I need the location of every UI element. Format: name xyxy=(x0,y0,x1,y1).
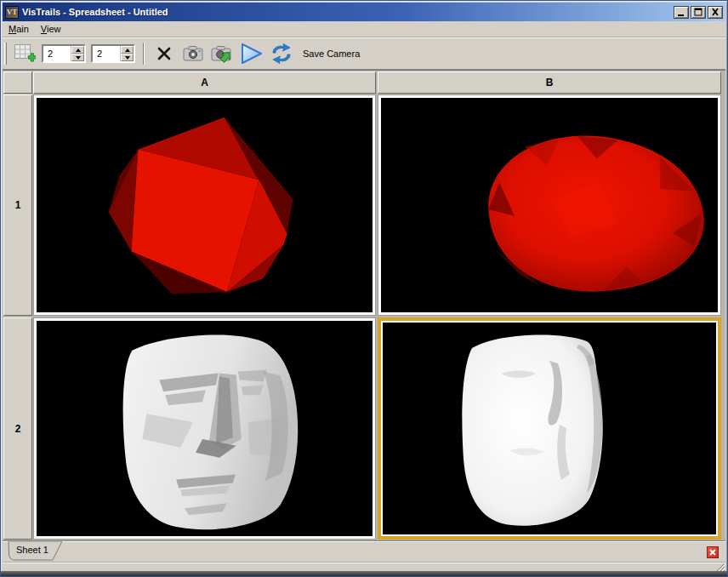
tab-sheet1[interactable]: Sheet 1 xyxy=(8,541,67,562)
spreadsheet: A B 1 2 xyxy=(3,70,725,540)
icosahedron-render xyxy=(37,98,373,312)
resize-grid-button[interactable] xyxy=(12,41,37,66)
rows-spinbox[interactable]: 2 xyxy=(42,44,86,63)
toolbar-separator xyxy=(143,43,145,65)
cell-a1[interactable] xyxy=(33,94,376,316)
cols-value[interactable]: 2 xyxy=(93,46,120,61)
camera-snapshot-icon xyxy=(182,44,204,63)
rows-spin-up[interactable] xyxy=(71,46,84,54)
cols-spin-up[interactable] xyxy=(121,46,134,54)
minimize-icon xyxy=(675,7,687,17)
maximize-icon xyxy=(692,7,704,17)
down-arrow-icon xyxy=(125,56,130,60)
sync-arrows-icon xyxy=(270,43,293,65)
render-viewport-a2[interactable] xyxy=(37,321,373,536)
column-header-a[interactable]: A xyxy=(33,71,376,94)
column-header-b[interactable]: B xyxy=(378,71,721,94)
render-viewport-b2[interactable] xyxy=(383,323,716,534)
update-button[interactable] xyxy=(269,41,294,66)
close-icon xyxy=(709,7,721,17)
down-arrow-icon xyxy=(76,56,81,60)
toolbar-handle[interactable] xyxy=(4,43,7,65)
play-icon xyxy=(239,42,264,66)
cell-b2-selected[interactable] xyxy=(378,317,721,540)
rows-value[interactable]: 2 xyxy=(43,46,71,61)
title-bar[interactable]: VT VisTrails - Spreadsheet - Untitled xyxy=(3,3,725,21)
close-sheet-button[interactable] xyxy=(707,546,719,558)
row-header-2[interactable]: 2 xyxy=(3,317,32,540)
maximize-button[interactable] xyxy=(691,6,706,19)
render-viewport-a1[interactable] xyxy=(37,98,373,312)
save-camera-button[interactable]: Save Camera xyxy=(296,43,367,64)
logo-text: VT xyxy=(7,9,18,16)
tab-label: Sheet 1 xyxy=(16,545,48,555)
corner-header[interactable] xyxy=(3,71,32,94)
app-window: VT VisTrails - Spreadsheet - Untitled Ma… xyxy=(0,0,728,577)
cols-spin-down[interactable] xyxy=(121,54,134,61)
smoothed-face-render xyxy=(383,323,716,534)
cols-spinbox[interactable]: 2 xyxy=(91,44,135,63)
smoothed-sphere-render xyxy=(381,98,718,312)
cell-a2[interactable] xyxy=(33,317,376,540)
delete-cell-button[interactable] xyxy=(151,41,177,66)
row-header-1[interactable]: 1 xyxy=(3,94,32,316)
render-viewport-b1[interactable] xyxy=(381,98,718,312)
close-icon xyxy=(709,549,716,556)
menu-main[interactable]: Main xyxy=(3,22,35,36)
window-bottom-edge xyxy=(1,571,727,576)
rows-spin-down[interactable] xyxy=(71,54,84,61)
toolbar: 2 2 xyxy=(3,37,725,70)
camera-apply-icon xyxy=(210,44,234,63)
snapshot-camera-button[interactable] xyxy=(180,41,206,66)
apply-camera-button[interactable] xyxy=(209,41,235,66)
cell-b1[interactable] xyxy=(378,94,721,316)
add-grid-icon xyxy=(14,43,36,64)
close-button[interactable] xyxy=(708,6,723,19)
delete-cell-x-icon xyxy=(156,46,173,61)
menu-view[interactable]: View xyxy=(35,22,67,36)
execute-button[interactable] xyxy=(238,41,265,66)
up-arrow-icon xyxy=(76,49,81,52)
sheet-tab-bar: Sheet 1 xyxy=(3,540,725,562)
menu-bar: Main View xyxy=(3,21,725,37)
window-title: VisTrails - Spreadsheet - Untitled xyxy=(22,7,674,17)
app-logo-icon: VT xyxy=(5,6,19,19)
up-arrow-icon xyxy=(125,49,130,52)
face-scan-render xyxy=(37,321,373,536)
minimize-button[interactable] xyxy=(674,6,689,19)
